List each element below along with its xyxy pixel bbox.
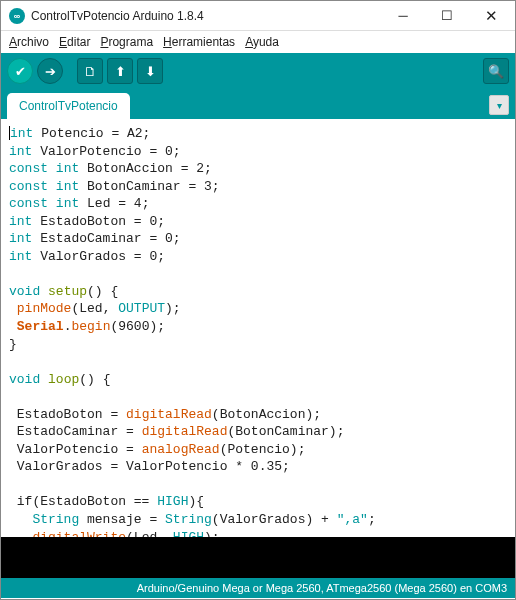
menu-programa[interactable]: Programa — [100, 35, 153, 49]
open-button[interactable]: ⬆ — [107, 58, 133, 84]
menu-herramientas[interactable]: Herramientas — [163, 35, 235, 49]
tab-row: ControlTvPotencio ▾ — [1, 89, 515, 119]
window-title: ControlTvPotencio Arduino 1.8.4 — [31, 9, 381, 23]
arduino-app-icon: ∞ — [9, 8, 25, 24]
tab-menu-button[interactable]: ▾ — [489, 95, 509, 115]
maximize-button[interactable]: ☐ — [425, 2, 469, 30]
menu-ayuda[interactable]: Ayuda — [245, 35, 279, 49]
code-editor[interactable]: int Potencio = A2; int ValorPotencio = 0… — [1, 119, 515, 537]
menu-archivo[interactable]: Archivo — [9, 35, 49, 49]
minimize-button[interactable]: ─ — [381, 2, 425, 30]
verify-button[interactable]: ✔ — [7, 58, 33, 84]
status-bar: Arduino/Genuino Mega or Mega 2560, ATmeg… — [1, 578, 515, 598]
toolbar: ✔ ➔ 🗋 ⬆ ⬇ 🔍 — [1, 53, 515, 89]
close-button[interactable]: ✕ — [469, 2, 513, 30]
upload-button[interactable]: ➔ — [37, 58, 63, 84]
save-button[interactable]: ⬇ — [137, 58, 163, 84]
new-button[interactable]: 🗋 — [77, 58, 103, 84]
tab-sketch[interactable]: ControlTvPotencio — [7, 93, 130, 119]
serial-monitor-button[interactable]: 🔍 — [483, 58, 509, 84]
status-board-info: Arduino/Genuino Mega or Mega 2560, ATmeg… — [137, 582, 507, 594]
menu-bar: Archivo Editar Programa Herramientas Ayu… — [1, 31, 515, 53]
menu-editar[interactable]: Editar — [59, 35, 90, 49]
console-output — [1, 537, 515, 578]
window-titlebar: ∞ ControlTvPotencio Arduino 1.8.4 ─ ☐ ✕ — [1, 1, 515, 31]
